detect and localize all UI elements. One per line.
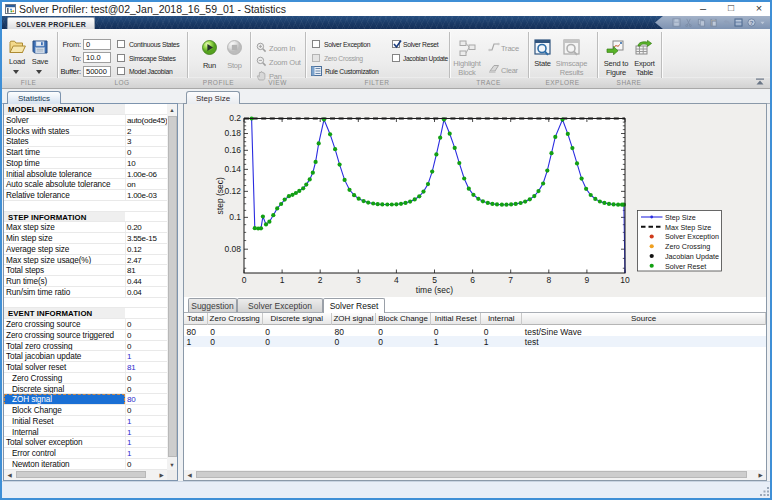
- tab-solver-reset[interactable]: Solver Reset: [323, 298, 385, 313]
- table-column-header[interactable]: ZOH signal: [332, 313, 376, 325]
- svg-text:0.2: 0.2: [229, 113, 241, 123]
- solver-exception-label[interactable]: Solver Exception: [324, 40, 370, 48]
- svg-text:Step Size: Step Size: [665, 213, 696, 222]
- stats-row[interactable]: Error control1: [4, 448, 167, 459]
- stats-row: Newton iteration0: [4, 459, 167, 470]
- simscape-states-checkbox[interactable]: [117, 54, 125, 62]
- stats-row[interactable]: Total solver reset81: [4, 362, 167, 373]
- scrollbar-thumb[interactable]: [16, 471, 146, 478]
- model-jacobian-label[interactable]: Model Jacobian: [129, 67, 172, 75]
- table-cell: 1: [484, 337, 489, 347]
- continuous-states-checkbox[interactable]: [117, 40, 125, 48]
- collapse-ribbon-icon[interactable]: [755, 78, 765, 88]
- window-border-top: [0, 0, 772, 2]
- tab-suggestion[interactable]: Suggestion: [188, 298, 237, 312]
- svg-text:Zero Crossing: Zero Crossing: [665, 242, 710, 251]
- stop-button[interactable]: [227, 40, 242, 57]
- to-input[interactable]: 10.0: [83, 52, 111, 63]
- stats-row: Run time(s)0.44: [4, 276, 167, 287]
- copy-icon[interactable]: [697, 18, 706, 27]
- model-jacobian-checkbox[interactable]: [117, 67, 125, 75]
- scroll-left-button[interactable]: ◀: [184, 470, 195, 480]
- load-dropdown-arrow[interactable]: [13, 70, 19, 74]
- continuous-states-label[interactable]: Continuous States: [129, 40, 179, 48]
- trace-label: Trace: [501, 44, 531, 53]
- resize-grip[interactable]: [759, 486, 770, 497]
- section-label-file: FILE: [0, 79, 57, 89]
- switch-window-icon[interactable]: [734, 18, 743, 27]
- jacobian-update-checkbox[interactable]: [392, 54, 400, 62]
- rule-customization-icon[interactable]: [311, 66, 322, 78]
- save-dropdown-arrow[interactable]: [36, 70, 42, 74]
- jacobian-update-label[interactable]: Jacobian Update: [403, 54, 448, 62]
- scrollbar-thumb[interactable]: [196, 471, 747, 478]
- qat-dropdown-icon[interactable]: [759, 18, 766, 27]
- save-label[interactable]: Save: [27, 57, 53, 66]
- save-icon[interactable]: [672, 18, 681, 27]
- svg-text:5: 5: [432, 275, 437, 285]
- zoom-out-icon: [256, 56, 267, 69]
- svg-text:0.16: 0.16: [224, 145, 241, 155]
- stats-row[interactable]: Internal1: [4, 427, 167, 438]
- table-column-header[interactable]: Source: [522, 313, 766, 325]
- table-cell: 0: [335, 337, 340, 347]
- save-icon-large[interactable]: [32, 40, 48, 56]
- maximize-button[interactable]: □: [718, 2, 744, 15]
- table-column-header[interactable]: Block Change: [376, 313, 432, 325]
- rule-customization-label[interactable]: Rule Customization: [325, 67, 379, 75]
- help-icon[interactable]: ?: [747, 18, 756, 27]
- solver-exception-checkbox[interactable]: [312, 40, 320, 48]
- table-column-header[interactable]: Total: [184, 313, 208, 325]
- undo-icon[interactable]: [722, 18, 731, 27]
- stats-horizontal-scrollbar[interactable]: ◀ ▶: [4, 470, 167, 480]
- svg-text:10: 10: [620, 275, 630, 285]
- trace-icon: [488, 42, 500, 54]
- table-horizontal-scrollbar[interactable]: ◀ ▶: [184, 470, 766, 480]
- simscape-results-icon: [563, 39, 580, 59]
- table-column-header[interactable]: Initial Reset: [431, 313, 481, 325]
- svg-text:0.08: 0.08: [224, 244, 241, 254]
- stats-row[interactable]: Total solver exception1: [4, 437, 167, 448]
- run-label[interactable]: Run: [196, 61, 223, 70]
- load-icon[interactable]: [9, 40, 26, 56]
- export-table-label[interactable]: Export Table: [628, 59, 661, 78]
- stats-row: Zero crossing source0: [4, 319, 167, 330]
- export-table-icon[interactable]: [635, 40, 652, 57]
- svg-text:0.14: 0.14: [224, 164, 241, 174]
- cut-icon[interactable]: [684, 18, 693, 27]
- tab-solver-profiler[interactable]: SOLVER PROFILER: [7, 17, 95, 29]
- stats-row[interactable]: Initial Reset1: [4, 416, 167, 427]
- scrollbar-thumb[interactable]: [168, 116, 177, 457]
- zero-crossing-checkbox: [312, 54, 320, 62]
- run-button[interactable]: [202, 40, 217, 57]
- scroll-left-button[interactable]: ◀: [4, 470, 15, 480]
- table-row[interactable]: 1000011test: [184, 336, 766, 346]
- tab-step-size[interactable]: Step Size: [186, 91, 240, 104]
- scroll-right-button[interactable]: ▶: [755, 470, 766, 480]
- minimize-button[interactable]: –: [690, 2, 716, 15]
- close-button[interactable]: ×: [746, 2, 772, 15]
- buffer-input[interactable]: 50000: [83, 66, 111, 77]
- stats-row[interactable]: ZOH signal80: [4, 394, 167, 405]
- scroll-up-button[interactable]: ▲: [167, 104, 177, 115]
- table-row[interactable]: 800080000test/Sine Wave: [184, 326, 766, 336]
- table-column-header[interactable]: Discrete signal: [263, 313, 332, 325]
- scroll-down-button[interactable]: ▼: [167, 459, 177, 470]
- table-column-header[interactable]: Internal: [481, 313, 522, 325]
- table-column-header[interactable]: Zero Crossing: [208, 313, 263, 325]
- stats-row[interactable]: Total jacobian update1: [4, 351, 167, 362]
- tab-solver-exception[interactable]: Solver Exception: [237, 298, 323, 312]
- solver-reset-label[interactable]: Solver Reset: [403, 40, 438, 48]
- send-to-figure-icon[interactable]: [606, 40, 624, 57]
- stats-vertical-scrollbar[interactable]: ▲ ▼: [167, 104, 177, 470]
- svg-text:0.12: 0.12: [224, 186, 241, 196]
- scroll-right-button[interactable]: ▶: [156, 470, 167, 480]
- solver-reset-checkbox[interactable]: [392, 40, 400, 48]
- tab-statistics[interactable]: Statistics: [7, 91, 61, 104]
- from-input[interactable]: 0: [83, 39, 111, 50]
- paste-icon[interactable]: [709, 18, 718, 27]
- table-cell: 0: [210, 337, 215, 347]
- state-icon[interactable]: [534, 39, 551, 59]
- app-icon: [5, 4, 16, 14]
- simscape-states-label[interactable]: Simscape States: [129, 54, 176, 62]
